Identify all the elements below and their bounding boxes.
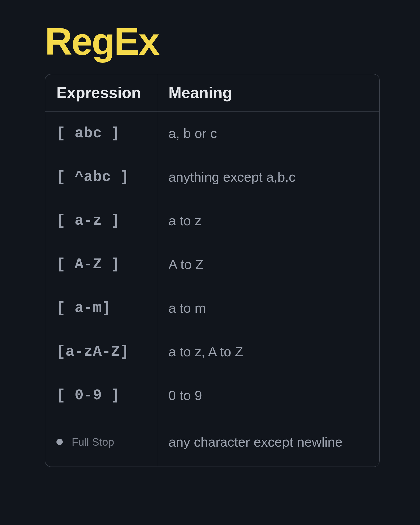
table-row: [ abc ] [45, 112, 157, 155]
table-row: anything except a,b,c [157, 155, 379, 199]
meaning-value: any character except newline [168, 434, 343, 450]
table-row: [ ^abc ] [45, 155, 157, 199]
table-row: a to z, A to Z [157, 330, 379, 374]
meaning-value: anything except a,b,c [168, 169, 295, 185]
meaning-value: A to Z [168, 257, 204, 272]
meaning-value: 0 to 9 [168, 388, 202, 403]
regex-table: Expression Meaning [ abc ] [ ^abc ] [ a-… [45, 74, 380, 467]
table-row: a, b or c [157, 112, 379, 155]
expression-value: [ a-m] [56, 300, 111, 317]
table-row: 0 to 9 [157, 374, 379, 417]
table-row: a to z [157, 199, 379, 243]
meaning-value: a, b or c [168, 126, 217, 141]
full-stop-icon [56, 439, 63, 445]
table-header-row: Expression Meaning [45, 74, 379, 112]
table-row: [ A-Z ] [45, 243, 157, 286]
column-expression: [ abc ] [ ^abc ] [ a-z ] [ A-Z ] [ a-m] … [45, 112, 157, 467]
meaning-value: a to m [168, 300, 206, 316]
meaning-value: a to z, A to Z [168, 344, 243, 359]
full-stop-label: Full Stop [72, 436, 114, 448]
expression-value: [ A-Z ] [56, 256, 120, 273]
expression-value: [ abc ] [56, 125, 120, 142]
table-row: a to m [157, 286, 379, 330]
table-header-expression: Expression [45, 74, 157, 111]
table-row: [ a-m] [45, 286, 157, 330]
page: RegEx Expression Meaning [ abc ] [ ^abc … [0, 0, 420, 525]
expression-value: [ a-z ] [56, 212, 120, 229]
table-row: [a-zA-Z] [45, 330, 157, 374]
table-row: A to Z [157, 243, 379, 286]
meaning-value: a to z [168, 213, 201, 228]
table-row: [ 0-9 ] [45, 374, 157, 417]
column-meaning: a, b or c anything except a,b,c a to z A… [157, 112, 379, 467]
expression-value: [a-zA-Z] [56, 343, 129, 360]
table-row: [ a-z ] [45, 199, 157, 243]
expression-value: [ ^abc ] [56, 169, 129, 186]
table-header-meaning: Meaning [157, 74, 379, 111]
table-row: Full Stop [45, 417, 157, 467]
table-row: any character except newline [157, 417, 379, 467]
table-body: [ abc ] [ ^abc ] [ a-z ] [ A-Z ] [ a-m] … [45, 112, 379, 467]
page-title: RegEx [45, 22, 380, 60]
expression-value: Full Stop [56, 436, 114, 448]
expression-value: [ 0-9 ] [56, 387, 120, 404]
